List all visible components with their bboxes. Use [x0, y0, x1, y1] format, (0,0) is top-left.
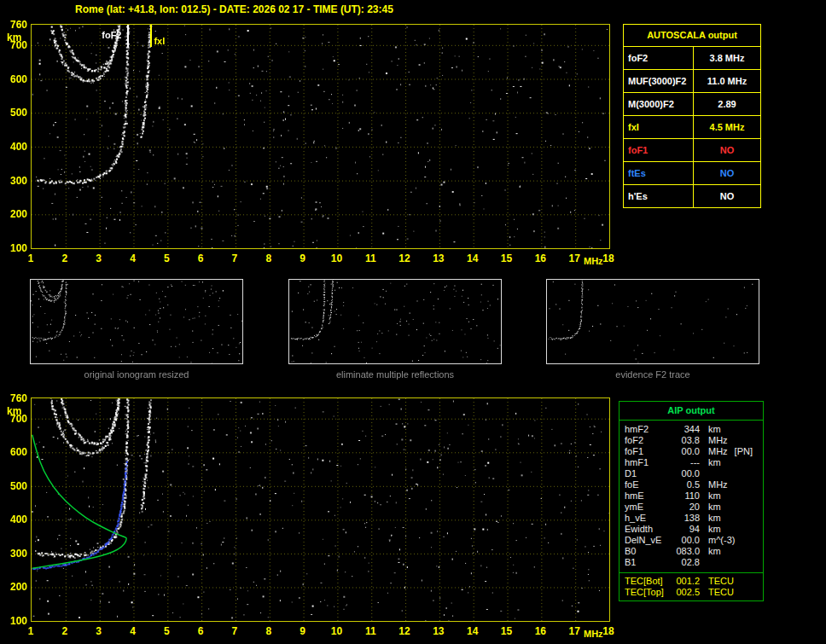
- foF2-marker-line: [127, 25, 129, 47]
- param-unit: km: [708, 546, 721, 557]
- aip-row-hmf2: hmF2344km: [625, 424, 758, 435]
- y-tick-label: 600: [0, 446, 27, 458]
- param-value: 138: [669, 513, 700, 524]
- param-value: 00.0: [669, 446, 700, 457]
- autoscala-row-hes: h'EsNO: [624, 184, 760, 207]
- param-value: 0.5: [669, 479, 700, 490]
- param-label: B1: [625, 557, 669, 568]
- param-value: 002.5: [669, 587, 700, 598]
- param-label: fxI: [624, 116, 694, 138]
- y-tick-label: 300: [0, 548, 27, 560]
- x-tick-label: 12: [396, 252, 413, 264]
- aip-output-table: AIP output hmF2344kmfoF203.8MHzfoF100.0M…: [619, 401, 764, 601]
- thumbnail-canvas-f2-trace: [547, 280, 759, 363]
- param-label: TEC[Top]: [625, 587, 669, 598]
- x-tick-label: 2: [56, 252, 73, 264]
- x-axis-unit-label: MHz: [584, 256, 603, 266]
- x-tick-label: 11: [362, 625, 379, 637]
- y-axis-unit-label: km: [7, 405, 21, 417]
- x-tick-label: 13: [430, 252, 447, 264]
- x-tick-label: 2: [56, 625, 73, 637]
- aip-row-fof2: foF203.8MHz: [625, 435, 758, 446]
- param-unit: km: [708, 457, 721, 468]
- param-value: 083.0: [669, 546, 700, 557]
- param-label: DelN_vE: [625, 535, 669, 546]
- ionogram-plot-profile: [31, 397, 610, 622]
- param-value: 94: [669, 524, 700, 535]
- aip-row-tecbot: TEC[Bot]001.2TECU: [625, 576, 758, 587]
- param-label: Ewidth: [625, 524, 669, 535]
- param-label: foE: [625, 479, 669, 490]
- param-unit: MHz: [708, 446, 728, 457]
- param-value: 00.0: [669, 535, 700, 546]
- param-label: MUF(3000)F2: [624, 70, 694, 92]
- x-tick-label: 9: [294, 625, 311, 637]
- param-value: 02.8: [669, 557, 700, 568]
- param-note: [PN]: [735, 446, 753, 457]
- autoscala-row-fof1: foF1NO: [624, 138, 760, 161]
- param-unit: TECU: [708, 587, 734, 598]
- y-tick-label: 500: [0, 480, 27, 492]
- aip-row-foe: foE0.5MHz: [625, 479, 758, 490]
- x-tick-label: 13: [430, 625, 447, 637]
- x-tick-label: 3: [90, 252, 108, 264]
- y-tick-label: 200: [0, 581, 27, 593]
- x-tick-label: 16: [532, 252, 549, 264]
- y-tick-label: 500: [0, 107, 27, 119]
- thumbnail-caption: original ionogram resized: [30, 369, 243, 380]
- foF2-marker-label: foF2: [90, 30, 122, 40]
- param-value: NO: [694, 162, 760, 184]
- x-tick-label: 3: [90, 625, 108, 637]
- autoscala-output-table: AUTOSCALA output foF23.8 MHzMUF(3000)F21…: [623, 24, 761, 208]
- thumbnail-canvas-no-multiples: [289, 280, 501, 363]
- fxI-marker-label: fxI: [154, 36, 165, 46]
- param-label: foF1: [624, 139, 694, 161]
- x-tick-label: 7: [226, 625, 243, 637]
- param-unit: km: [708, 513, 721, 524]
- param-label: D1: [625, 468, 669, 479]
- param-label: ftEs: [624, 162, 694, 184]
- aip-tec-section: TEC[Bot]001.2TECUTEC[Top]002.5TECU: [620, 572, 763, 600]
- param-value: NO: [694, 139, 760, 161]
- aip-row-hve: h_vE138km: [625, 513, 758, 524]
- param-unit: MHz: [708, 479, 728, 490]
- x-tick-label: 17: [566, 252, 583, 264]
- param-label: ymE: [625, 502, 669, 513]
- param-value: 11.0 MHz: [694, 70, 760, 92]
- autoscala-table-rows: foF23.8 MHzMUF(3000)F211.0 MHzM(3000)F22…: [624, 46, 760, 207]
- thumbnail-caption: evidence F2 trace: [546, 369, 759, 380]
- param-value: 03.8: [669, 435, 700, 446]
- y-tick-label: 200: [0, 208, 27, 220]
- x-tick-label: 5: [158, 625, 175, 637]
- autoscala-row-fof2: foF23.8 MHz: [624, 46, 760, 69]
- x-tick-label: 1: [22, 252, 39, 264]
- param-label: h_vE: [625, 513, 669, 524]
- param-label: hmF2: [625, 424, 669, 435]
- param-value: 110: [669, 490, 700, 502]
- param-unit: MHz: [708, 435, 728, 446]
- param-value: ---: [669, 457, 700, 468]
- param-unit: km: [708, 502, 721, 513]
- x-tick-label: 6: [192, 252, 209, 264]
- autoscala-row-ftes: ftEsNO: [624, 161, 760, 184]
- y-axis-unit-label: km: [7, 32, 21, 44]
- ionogram-plot-main: foF2fxI: [31, 24, 610, 249]
- aip-row-d1: D100.0: [625, 468, 758, 479]
- ionogram-canvas-profile: [32, 398, 609, 621]
- ionogram-canvas-main: [32, 25, 609, 248]
- param-value: 001.2: [669, 576, 700, 587]
- autoscala-row-fxi: fxI4.5 MHz: [624, 115, 760, 138]
- aip-row-ewidth: Ewidth94km: [625, 524, 758, 535]
- y-tick-label: 400: [0, 141, 27, 153]
- param-unit: km: [708, 524, 721, 535]
- aip-row-hme: hmE110km: [625, 490, 758, 502]
- window-title: Rome (lat: +41.8, lon: 012.5) - DATE: 20…: [75, 3, 393, 15]
- x-tick-label: 4: [124, 625, 141, 637]
- x-tick-label: 16: [532, 625, 549, 637]
- aip-row-yme: ymE20km: [625, 502, 758, 513]
- autoscala-table-title: AUTOSCALA output: [624, 25, 760, 46]
- y-tick-label: 400: [0, 513, 27, 525]
- y-tick-label: 600: [0, 73, 27, 85]
- param-value: 344: [669, 424, 700, 435]
- param-unit: km: [708, 424, 721, 435]
